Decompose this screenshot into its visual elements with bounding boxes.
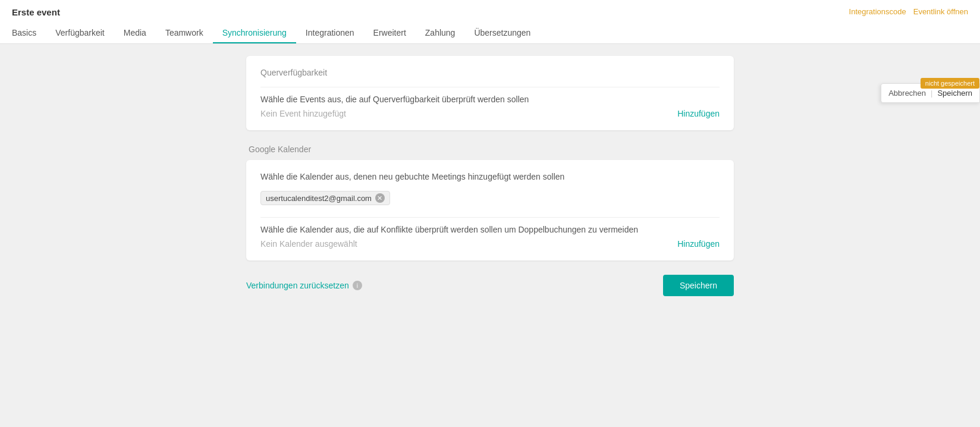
querverfugbarkeit-title: Querverfügbarkeit: [260, 68, 720, 77]
reset-label: Verbindungen zurücksetzen: [246, 281, 349, 290]
page-title: Erste event: [12, 7, 968, 17]
tab-zahlung[interactable]: Zahlung: [416, 23, 465, 43]
querverfugbarkeit-description: Wähle die Events aus, die auf Querverfüg…: [260, 95, 720, 104]
not-saved-badge: nicht gespeichert: [921, 78, 979, 89]
float-panel: nicht gespeichert Abbrechen | Speichern: [881, 83, 980, 103]
panel-separator: |: [931, 89, 932, 98]
card-divider-1: [260, 87, 720, 87]
panel-cancel[interactable]: Abbrechen: [888, 89, 926, 98]
tab-media[interactable]: Media: [114, 23, 156, 43]
nav-tabs: Basics Verfügbarkeit Media Teamwork Sync…: [12, 23, 968, 43]
speichern-button[interactable]: Speichern: [663, 275, 734, 296]
google-kalender-card: Wähle die Kalender aus, denen neu gebuch…: [246, 160, 734, 260]
google-kalender-add-link[interactable]: Hinzufügen: [677, 239, 720, 249]
info-icon: i: [353, 281, 362, 290]
google-kalender-desc2: Wähle die Kalender aus, die auf Konflikt…: [260, 225, 720, 234]
google-kalender-desc1: Wähle die Kalender aus, denen neu gebuch…: [260, 172, 720, 181]
google-kalender-row: Kein Kalender ausgewählt Hinzufügen: [260, 239, 720, 249]
tab-ubersetzungen[interactable]: Übersetzungen: [464, 23, 540, 43]
querverfugbarkeit-row: Kein Event hinzugefügt Hinzufügen: [260, 109, 720, 118]
calendar-tag-close[interactable]: ✕: [375, 193, 385, 203]
tag-chip-container: usertucalenditest2@gmail.com ✕: [260, 186, 720, 210]
main-content: Querverfügbarkeit Wähle die Events aus, …: [234, 44, 746, 308]
tab-basics[interactable]: Basics: [12, 23, 46, 43]
tab-synchronisierung[interactable]: Synchronisierung: [213, 23, 296, 43]
panel-save[interactable]: Speichern: [937, 89, 972, 98]
querverfugbarkeit-add-link[interactable]: Hinzufügen: [677, 109, 720, 118]
reset-verbindungen[interactable]: Verbindungen zurücksetzen i: [246, 281, 362, 290]
page-header: Erste event Integrationscode Eventlink ö…: [0, 0, 980, 44]
tab-teamwork[interactable]: Teamwork: [156, 23, 213, 43]
querverfugbarkeit-card: Querverfügbarkeit Wähle die Events aus, …: [246, 56, 734, 130]
panel-actions: nicht gespeichert Abbrechen | Speichern: [881, 83, 980, 103]
calendar-tag-label: usertucalenditest2@gmail.com: [266, 194, 372, 203]
integrationscode-link[interactable]: Integrationscode: [849, 7, 906, 16]
tab-erweitert[interactable]: Erweitert: [364, 23, 416, 43]
google-kalender-label: Google Kalender: [246, 145, 734, 154]
calendar-tag: usertucalenditest2@gmail.com ✕: [260, 191, 390, 205]
querverfugbarkeit-empty: Kein Event hinzugefügt: [260, 109, 346, 118]
google-kalender-empty: Kein Kalender ausgewählt: [260, 239, 357, 249]
top-actions: Integrationscode Eventlink öffnen: [849, 7, 968, 16]
tab-verfugbarkeit[interactable]: Verfügbarkeit: [46, 23, 114, 43]
tab-integrationen[interactable]: Integrationen: [296, 23, 364, 43]
card-divider-2: [260, 217, 720, 218]
eventlink-link[interactable]: Eventlink öffnen: [913, 7, 968, 16]
bottom-actions: Verbindungen zurücksetzen i Speichern: [246, 275, 734, 296]
